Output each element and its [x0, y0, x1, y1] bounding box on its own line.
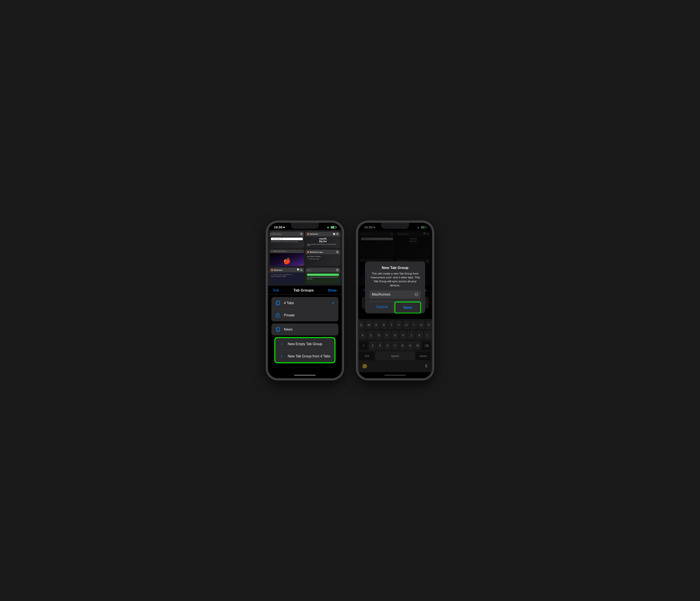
- left-battery-fill: [331, 227, 334, 228]
- tab-close-1[interactable]: ✕: [300, 232, 303, 235]
- brand-m-5: M: [271, 269, 273, 271]
- tab-group-news[interactable]: News: [271, 323, 339, 336]
- tab-group-news-icon: [275, 326, 281, 333]
- left-edit-button[interactable]: Edit: [273, 288, 279, 292]
- left-status-bar: 10:05 ▶ ▲: [268, 223, 342, 230]
- tab-thumb-macrumors2[interactable]: M MacRumors: App... ✕ 📺 iPhone 13 Event …: [306, 250, 340, 266]
- tab-group-section-main: 4 Tabs ✓ Private: [271, 297, 339, 321]
- new-group-section: + New Empty Tab Group + New Tab Group fr…: [275, 338, 335, 363]
- tab-thumb-label-1: Choose country...: [271, 233, 282, 235]
- dialog-buttons: Cancel Save: [369, 302, 421, 313]
- tab-brand-label2: MacRumors: App...: [310, 251, 324, 253]
- tab-group-4tabs[interactable]: 4 Tabs ✓: [271, 297, 339, 309]
- left-phone-screen: 10:05 ▶ ▲: [268, 223, 342, 378]
- tab-close-5[interactable]: ✕: [300, 268, 303, 271]
- tab-thumb-macrumors3[interactable]: M MacRumors ⬜ ✕ 📱 iPhone 13 | iOS 15 | M…: [270, 268, 304, 284]
- new-tab-group-from-tabs-label: New Tab Group from 4 Tabs: [288, 355, 330, 358]
- tab-content-macrumors: macOSBig Sur Apple Releases macOS Big Su…: [306, 236, 340, 248]
- tab-content-1: United Kingd... ▼ We look forward to wel…: [270, 236, 304, 248]
- tab-thumb-macrumors[interactable]: M MacRumors ⬜ ✕ macOSBig Sur Apple Relea…: [306, 232, 340, 248]
- tab-thumb-apple[interactable]: 📱 iPhone 13 | iOS 15 🍎 Apple: [270, 250, 304, 266]
- right-signal-dot1: [394, 227, 395, 228]
- new-empty-tab-group-item[interactable]: + New Empty Tab Group: [275, 338, 334, 350]
- left-home-bar: [294, 375, 316, 375]
- tab-apple-content: 🍎 Apple: [270, 253, 304, 266]
- left-signal-dot1: [304, 227, 305, 228]
- brand-m-icon2: M: [307, 251, 309, 253]
- tab-close-4[interactable]: ✕: [336, 251, 339, 254]
- boycott-text: Let us boycott all further iPhones until…: [307, 277, 339, 280]
- left-bottom-panel: Edit Tab Groups Done: [268, 286, 342, 378]
- tab-group-private[interactable]: Private: [271, 309, 339, 321]
- tab-brand-5: M MacRumors: [271, 269, 282, 271]
- tab-nav-5: 📱 iPhone 13 | iOS 15 | MacBook Air: [271, 274, 303, 275]
- tab-thumb-header-2: M MacRumors ⬜ ✕: [306, 232, 340, 236]
- tab-nav-5b: Home · New posts · WikiR...: [271, 276, 303, 277]
- new-from-tabs-plus-icon: +: [279, 353, 285, 359]
- tab-group-4tabs-label: 4 Tabs: [284, 301, 332, 305]
- new-empty-plus-icon: +: [279, 341, 285, 347]
- dialog-message: This will create a new Tab Group from "m…: [369, 272, 421, 287]
- left-location-icon: ▶: [283, 226, 285, 229]
- apple-logo: 🍎: [283, 258, 291, 265]
- big-sur-subtitle: Apple Releases macOS Big Sur 11.6 With S…: [307, 244, 339, 246]
- tab-group-news-label: News: [284, 328, 335, 332]
- dialog-box: New Tab Group This will create a new Tab…: [365, 261, 425, 313]
- tab-close-2[interactable]: ✕: [336, 232, 339, 235]
- tab-brand-macrumors: M MacRumors: [307, 233, 319, 235]
- left-signal-dot2: [305, 227, 306, 228]
- tab-thumb-header-1: Choose country... ✕: [270, 232, 304, 236]
- tab-content-6: 📢 Let us boycott all further iPhones unt…: [306, 272, 340, 284]
- left-phone: 10:05 ▶ ▲: [266, 221, 344, 380]
- left-home-indicator: [268, 372, 342, 378]
- left-tab-groups-header: Edit Tab Groups Done: [268, 286, 342, 294]
- right-phone-screen: 10:05 ▶ ▲ Cho: [358, 223, 432, 378]
- tab-thumb-header-3: 📱 iPhone 13 | iOS 15: [270, 250, 304, 253]
- tab-thumb-header-6: Log in ✕: [306, 268, 340, 272]
- tab-group-4tabs-icon: [275, 300, 281, 306]
- left-status-icons: ▲: [327, 226, 336, 229]
- tab-group-4tabs-check: ✓: [332, 301, 335, 306]
- left-signal-dot3: [307, 227, 308, 228]
- big-sur-text: macOSBig Sur: [307, 238, 339, 243]
- tab-content-5: 📱 iPhone 13 | iOS 15 | MacBook Air Home …: [270, 272, 304, 284]
- svg-point-3: [277, 315, 278, 316]
- tab-thumb-apple-store[interactable]: Choose country... ✕ United Kingd... ▼ We…: [270, 232, 304, 248]
- tab-icon-5a[interactable]: ⬜: [297, 268, 299, 271]
- left-time: 10:05: [274, 226, 282, 229]
- left-tabs-preview: Choose country... ✕ United Kingd... ▼ We…: [268, 230, 342, 286]
- macrumors-desc: 📱 MacRumors: App...: [307, 258, 339, 260]
- tab-share-icon[interactable]: ⬜: [333, 233, 335, 235]
- left-battery-icon: [331, 226, 336, 229]
- tab-content-4: 📺 iPhone 13 Event 📱 MacRumors: App...: [306, 254, 340, 266]
- tab-group-section-news: News: [271, 323, 339, 336]
- dialog-title: New Tab Group: [369, 266, 421, 270]
- left-done-button[interactable]: Done: [328, 288, 337, 292]
- tab-thumb-boycott[interactable]: Log in ✕ 📢 Let us boycott all further iP…: [306, 268, 340, 284]
- tab-label-5: MacRumors: [274, 269, 282, 271]
- tab-label-3: 📱 iPhone 13 | iOS 15: [271, 251, 286, 252]
- right-signal-dot3: [397, 227, 398, 228]
- left-tab-groups-list: 4 Tabs ✓ Private: [268, 294, 342, 365]
- dialog-input-value: MacRumors: [372, 292, 390, 296]
- tab-close-6[interactable]: ✕: [336, 268, 339, 271]
- tab-brand-label: MacRumors: [310, 233, 319, 235]
- tab-label-6: Log in: [307, 269, 310, 271]
- left-bottom-spacer: [268, 365, 342, 372]
- new-empty-tab-group-label: New Empty Tab Group: [288, 342, 322, 346]
- dialog-save-button[interactable]: Save: [395, 302, 421, 313]
- phones-container: 10:05 ▶ ▲: [266, 221, 434, 380]
- dialog-cancel-button[interactable]: Cancel: [369, 302, 395, 313]
- tab-group-private-label: Private: [284, 313, 335, 317]
- left-tab-groups-title: Tab Groups: [294, 288, 314, 292]
- dialog-input-clear-button[interactable]: ✕: [415, 292, 418, 296]
- tab-brand-macrumors2: M MacRumors: App...: [307, 251, 324, 253]
- new-tab-group-from-tabs-item[interactable]: + New Tab Group from 4 Tabs: [275, 350, 334, 362]
- tab-thumb-header-4: M MacRumors: App... ✕: [306, 250, 340, 254]
- tab-thumb-header-5: M MacRumors ⬜ ✕: [270, 268, 304, 272]
- svg-rect-2: [276, 315, 280, 317]
- brand-m-icon: M: [307, 233, 309, 235]
- dialog-input-field[interactable]: MacRumors ✕: [369, 290, 421, 298]
- right-signal-dot2: [396, 227, 397, 228]
- tab-group-private-icon: [275, 312, 281, 318]
